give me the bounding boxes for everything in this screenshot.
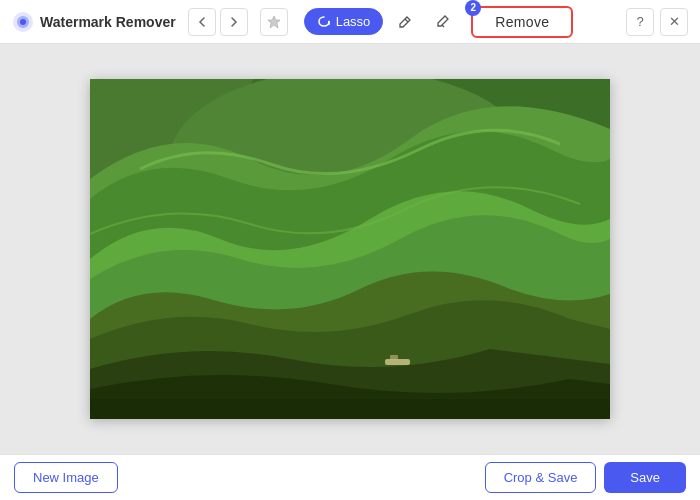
title-bar: Watermark Remover Lasso bbox=[0, 0, 700, 44]
brush-tool-button[interactable] bbox=[389, 6, 421, 38]
erase-icon bbox=[435, 14, 451, 30]
footer-bar: New Image Crop & Save Save bbox=[0, 454, 700, 500]
svg-rect-8 bbox=[385, 359, 410, 365]
svg-rect-9 bbox=[390, 355, 398, 360]
pin-button[interactable] bbox=[260, 8, 288, 36]
svg-rect-7 bbox=[90, 399, 610, 419]
app-logo: Watermark Remover bbox=[12, 11, 176, 33]
image-container bbox=[90, 79, 610, 419]
save-button[interactable]: Save bbox=[604, 462, 686, 493]
main-image bbox=[90, 79, 610, 419]
app-title: Watermark Remover bbox=[40, 14, 176, 30]
footer-right: Crop & Save Save bbox=[485, 462, 686, 493]
help-button[interactable]: ? bbox=[626, 8, 654, 36]
erase-tool-button[interactable] bbox=[427, 6, 459, 38]
app-logo-icon bbox=[12, 11, 34, 33]
crop-save-button[interactable]: Crop & Save bbox=[485, 462, 597, 493]
canvas-area bbox=[0, 44, 700, 454]
window-controls: ? ✕ bbox=[626, 8, 688, 36]
forward-button[interactable] bbox=[220, 8, 248, 36]
remove-button-wrapper: 2 Remove bbox=[471, 6, 573, 38]
footer-left: New Image bbox=[14, 462, 118, 493]
brush-icon bbox=[397, 14, 413, 30]
nav-buttons bbox=[188, 8, 248, 36]
toolbar-tools: Lasso 2 Remove bbox=[304, 6, 618, 38]
close-button[interactable]: ✕ bbox=[660, 8, 688, 36]
remove-badge: 2 bbox=[465, 0, 481, 16]
remove-button[interactable]: Remove bbox=[471, 6, 573, 38]
new-image-button[interactable]: New Image bbox=[14, 462, 118, 493]
svg-point-2 bbox=[20, 19, 26, 25]
lasso-tool-button[interactable]: Lasso bbox=[304, 8, 384, 35]
back-button[interactable] bbox=[188, 8, 216, 36]
lasso-icon bbox=[317, 15, 331, 29]
